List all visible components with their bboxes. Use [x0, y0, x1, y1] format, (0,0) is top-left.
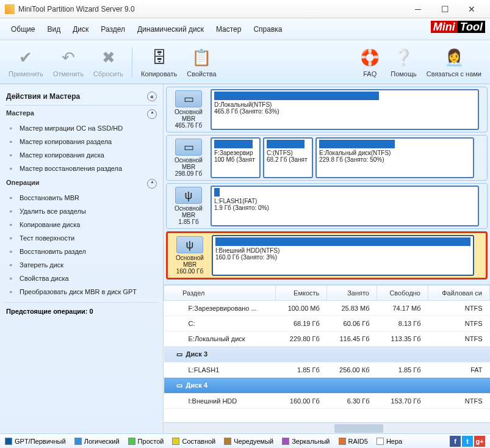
- column-header[interactable]: Занято: [327, 286, 377, 301]
- column-header[interactable]: Файловая си: [428, 286, 490, 301]
- column-header[interactable]: Емкость: [275, 286, 327, 301]
- disk-header: ▭Основной MBR298.09 Гб: [168, 137, 209, 178]
- list-item[interactable]: ▫Мастер восстановления раздела: [5, 162, 158, 175]
- help-button[interactable]: ❔Помощь: [386, 46, 422, 79]
- disk-header: ψОсновной MBR1.85 Гб: [168, 186, 209, 226]
- list-item[interactable]: ▫Тест поверхности: [5, 231, 158, 245]
- sidebar: Действия и Мастера « Мастера ˄ ▫Мастер м…: [0, 84, 164, 433]
- app-icon: [5, 4, 15, 14]
- maximize-button[interactable]: ☐: [431, 0, 458, 18]
- legend-item: Чередуемый: [224, 438, 273, 445]
- list-item[interactable]: ▫Мастер копирования раздела: [5, 135, 158, 148]
- partition-cell[interactable]: L:FLASH1(FAT)1.9 Гб (Занято: 0%): [211, 186, 479, 226]
- twitter-icon[interactable]: t: [462, 436, 473, 447]
- wipe-icon: ▫: [6, 260, 16, 270]
- list-item[interactable]: ▫Восстановить раздел: [5, 245, 158, 258]
- partition-cell[interactable]: E:Локальный диск(NTFS)229.8 Гб (Занято: …: [315, 137, 474, 178]
- disk-group-row[interactable]: ▭ Диск 4: [164, 378, 490, 394]
- list-item[interactable]: ▫Копирование диска: [5, 218, 158, 231]
- menu-item[interactable]: Вид: [41, 23, 67, 36]
- menu-item[interactable]: Мастер: [210, 23, 248, 36]
- contact-button[interactable]: 👩‍💼Связаться с нами: [422, 46, 486, 79]
- list-item[interactable]: ▫Затереть диск: [5, 258, 158, 272]
- partition-cell[interactable]: D:Локальный(NTFS)465.8 Гб (Занято: 63%): [211, 89, 479, 130]
- migrate-icon: ▫: [6, 123, 16, 133]
- table-header-row: РазделЕмкостьЗанятоСвободноФайловая си: [164, 286, 490, 301]
- disk-row[interactable]: ▭Основной MBR298.09 ГбF:Зарезервир100 Мб…: [166, 135, 488, 181]
- legend-item: Простой: [128, 438, 164, 445]
- column-header[interactable]: Раздел: [164, 286, 276, 301]
- table-body: F:Зарезервировано ...100.00 Мб25.83 Мб74…: [164, 301, 490, 409]
- googleplus-icon[interactable]: g+: [474, 436, 485, 447]
- disk-icon: ▭: [176, 381, 182, 389]
- chevron-up-icon[interactable]: ˄: [147, 109, 157, 119]
- list-item[interactable]: ▫Восстановить MBR: [5, 191, 158, 204]
- social-links: f t g+: [450, 436, 485, 447]
- properties-button[interactable]: 📋Свойства: [182, 46, 221, 79]
- list-item[interactable]: ▫Преобразовать диск MBR в диск GPT: [5, 285, 158, 298]
- close-button[interactable]: ✕: [458, 0, 485, 18]
- table-row[interactable]: I:Внешний HDD160.00 Гб6.30 Гб153.70 ГбNT…: [164, 394, 490, 409]
- usb-icon: ψ: [175, 187, 202, 204]
- list-item[interactable]: ▫Удалить все разделы: [5, 204, 158, 218]
- hdd-icon: ▭: [175, 90, 202, 107]
- legend-swatch: [128, 438, 135, 445]
- menu-item[interactable]: Раздел: [95, 23, 131, 36]
- menu-item[interactable]: Динамический диск: [131, 23, 210, 36]
- partition-cell[interactable]: C:(NTFS)68.2 Гб (Занят: [263, 137, 313, 178]
- minimize-button[interactable]: ─: [405, 0, 431, 18]
- recover-icon: ▫: [6, 164, 16, 173]
- facebook-icon[interactable]: f: [450, 436, 461, 447]
- reset-button[interactable]: ✖Сбросить: [88, 46, 128, 79]
- disk-row[interactable]: ▭Основной MBR465.76 ГбD:Локальный(NTFS)4…: [166, 87, 488, 132]
- properties-icon: 📋: [190, 47, 212, 69]
- legend-item: Составной: [172, 438, 215, 445]
- column-header[interactable]: Свободно: [377, 286, 428, 301]
- apply-button[interactable]: ✔Применить: [4, 46, 48, 79]
- pending-operations: Предстоящие операции: 0: [5, 302, 158, 320]
- window-title: MiniTool Partition Wizard Server 9.0: [18, 5, 405, 13]
- sidebar-header: Действия и Мастера «: [5, 88, 158, 106]
- partition-table: РазделЕмкостьЗанятоСвободноФайловая си F…: [164, 284, 490, 422]
- table-row[interactable]: C:68.19 Гб60.06 Гб8.13 ГбNTFS: [164, 316, 490, 331]
- disk-copy-icon: 🗄: [148, 47, 170, 69]
- table-row[interactable]: L:FLASH11.85 Гб256.00 Кб1.85 ГбFAT: [164, 363, 490, 378]
- legend-item: GPT/Первичный: [5, 438, 66, 445]
- partition-cell[interactable]: I:Внешний HDD(NTFS)160.0 Гб (Занято: 3%): [212, 235, 474, 276]
- copy-disk-icon: ▫: [6, 150, 16, 160]
- menu-item[interactable]: Диск: [67, 23, 95, 36]
- copy-part-icon: ▫: [6, 137, 16, 146]
- disk-header: ▭Основной MBR465.76 Гб: [168, 89, 209, 130]
- faq-button[interactable]: 🛟FAQ: [354, 46, 386, 79]
- partition-cell[interactable]: F:Зарезервир100 Мб (Занят: [211, 137, 261, 178]
- disk-map: ▭Основной MBR465.76 ГбD:Локальный(NTFS)4…: [164, 84, 490, 284]
- list-item[interactable]: ▫Свойства диска: [5, 272, 158, 285]
- hdd-icon: ▭: [175, 139, 202, 156]
- main-panel: ▭Основной MBR465.76 ГбD:Локальный(NTFS)4…: [164, 84, 490, 433]
- scrollbar-thumb[interactable]: [334, 424, 383, 433]
- list-item[interactable]: ▫Мастер миграции ОС на SSD/HD: [5, 121, 158, 135]
- operations-header: Операции ˄: [5, 175, 158, 191]
- collapse-icon[interactable]: «: [147, 92, 157, 101]
- legend-item: RAID5: [339, 438, 368, 445]
- props-icon: ▫: [6, 273, 16, 283]
- legend-swatch: [74, 438, 82, 445]
- disk-row[interactable]: ψОсновной MBR1.85 ГбL:FLASH1(FAT)1.9 Гб …: [166, 183, 488, 229]
- lifebuoy-icon: 🛟: [359, 47, 381, 69]
- check-icon: ✔: [15, 47, 37, 69]
- list-item[interactable]: ▫Мастер копирования диска: [5, 148, 158, 162]
- table-row[interactable]: E:Локальный диск229.80 Гб116.45 Гб113.35…: [164, 331, 490, 347]
- toolbar: ✔Применить ↶Отменить ✖Сбросить 🗄Копирова…: [0, 40, 490, 84]
- disk-group-row[interactable]: ▭ Диск 3: [164, 347, 490, 363]
- horizontal-scrollbar[interactable]: [164, 422, 490, 433]
- undo-button[interactable]: ↶Отменить: [48, 46, 88, 79]
- disk-row[interactable]: ψОсновной MBR160.00 ГбI:Внешний HDD(NTFS…: [166, 231, 488, 280]
- table-row[interactable]: F:Зарезервировано ...100.00 Мб25.83 Мб74…: [164, 301, 490, 316]
- test-icon: ▫: [6, 233, 16, 243]
- menu-item[interactable]: Справка: [247, 23, 288, 36]
- copy-button[interactable]: 🗄Копировать: [136, 46, 182, 79]
- chevron-up-icon[interactable]: ˄: [147, 179, 157, 189]
- menu-item[interactable]: Общие: [5, 23, 41, 36]
- statusbar: GPT/ПервичныйЛогическийПростойСоставнойЧ…: [0, 433, 490, 448]
- menubar: ОбщиеВидДискРазделДинамический дискМасте…: [0, 18, 490, 40]
